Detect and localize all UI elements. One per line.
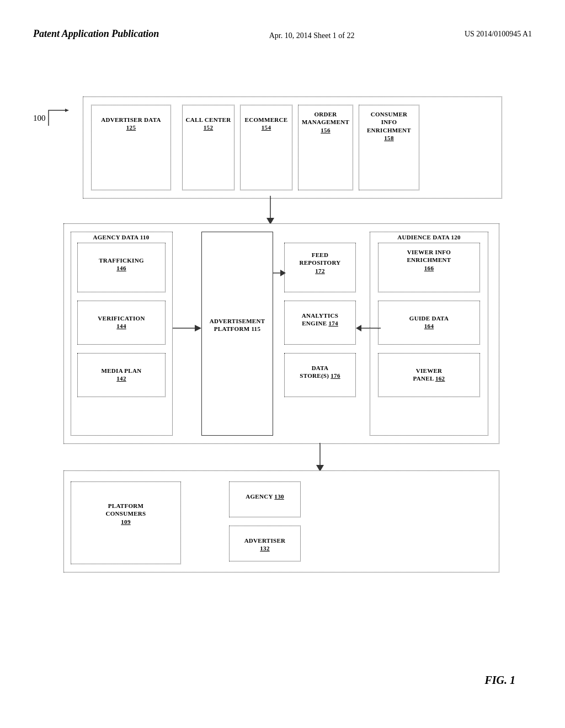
- analytics-label: ANALYTICSENGINE 174: [285, 312, 355, 328]
- advertiser-data-label: ADVERTISER DATA125: [97, 116, 166, 132]
- agency-data-label: AGENCY DATA 110: [73, 233, 169, 241]
- header: Patent Application Publication Apr. 10, …: [0, 28, 565, 41]
- ecommerce-label: ECOMMERCE154: [241, 116, 291, 132]
- order-mgmt-label: ORDERMANAGEMENT156: [299, 110, 352, 134]
- verification-label: VERIFICATION144: [78, 314, 164, 330]
- svg-marker-0: [65, 109, 69, 112]
- header-center: Apr. 10, 2014 Sheet 1 of 22: [269, 28, 355, 41]
- guide-data-label: GUIDE DATA164: [379, 314, 479, 330]
- viewer-panel-label: VIEWERPANEL 162: [379, 367, 479, 383]
- viewer-info-label: VIEWER INFOENRICHMENT166: [379, 248, 479, 272]
- figure-label: FIG. 1: [484, 674, 515, 687]
- ref-100-arrow: [38, 105, 71, 127]
- data-stores-label: DATASTORE(S) 176: [285, 364, 355, 380]
- advertiser-label: ADVERTISER132: [230, 537, 300, 553]
- feed-repo-label: FEEDREPOSITORY172: [285, 251, 355, 275]
- adv-platform-box: [201, 232, 273, 436]
- trafficking-label: TRAFFICKING146: [78, 256, 164, 272]
- call-center-label: CALL CENTER152: [183, 116, 233, 132]
- agency-label: AGENCY 130: [230, 493, 300, 500]
- svg-marker-8: [356, 325, 361, 331]
- media-plan-label: MEDIA PLAN142: [78, 367, 164, 383]
- page: Patent Application Publication Apr. 10, …: [0, 0, 565, 728]
- arrow-agency-to-platform: [173, 323, 203, 334]
- arrow-platform-to-feed: [273, 267, 286, 279]
- header-right: US 2014/0100945 A1: [465, 28, 532, 39]
- arrow-top-to-mid: [262, 196, 279, 226]
- arrow-audience-to-analytics: [356, 323, 381, 334]
- consumer-info-label: CONSUMERINFOENRICHMENT158: [360, 110, 418, 142]
- header-left-title: Patent Application Publication: [33, 28, 159, 40]
- svg-marker-6: [280, 270, 286, 276]
- arrow-mid-to-bottom: [312, 443, 328, 473]
- svg-marker-4: [195, 325, 201, 331]
- platform-consumers-label: PLATFORMCONSUMERS109: [72, 502, 180, 526]
- adv-platform-label: ADVERTISEMENT PLATFORM 115: [203, 317, 271, 333]
- diagram: 100 ADVERTISER DATA125 CALL CENTER152 EC…: [33, 85, 532, 673]
- audience-data-label: AUDIENCE DATA 120: [372, 233, 486, 241]
